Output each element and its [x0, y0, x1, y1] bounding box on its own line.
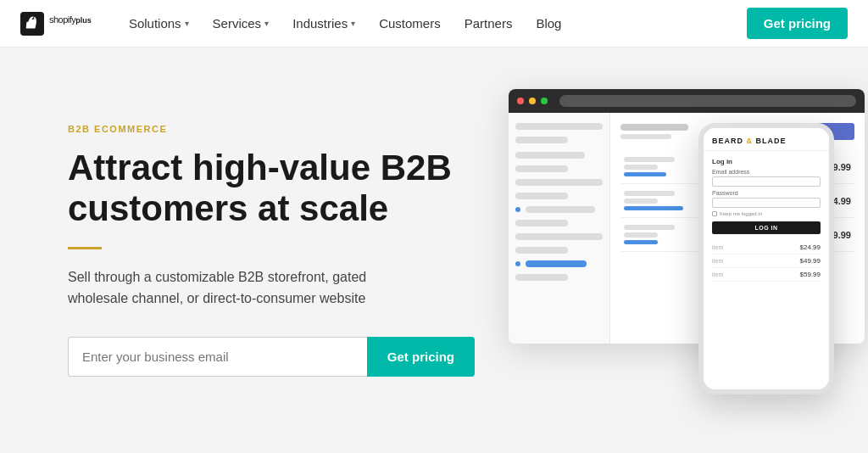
logo[interactable]: shopifyplus	[20, 12, 92, 36]
window-minimize-dot	[529, 98, 536, 104]
phone-remember-label: Keep me logged in	[720, 211, 762, 216]
phone-prices: item $24.99 item $49.99 item $59.99	[712, 241, 821, 282]
phone-login-title: Log in	[712, 158, 821, 165]
hero-divider	[68, 247, 102, 249]
window-bar	[509, 89, 865, 113]
phone-password-label: Password	[712, 190, 821, 196]
nav-customers[interactable]: Customers	[369, 9, 451, 37]
phone-login-button: LOG IN	[712, 221, 821, 234]
window-maximize-dot	[541, 98, 548, 104]
phone-price-3: $59.99	[800, 271, 821, 278]
hero-form: Get pricing	[68, 337, 475, 377]
phone-remember-checkbox	[712, 211, 717, 216]
nav-partners[interactable]: Partners	[454, 9, 523, 37]
phone-mockup: beard & blade Log in Email address Passw…	[698, 123, 834, 394]
phone-email-input	[712, 176, 821, 187]
nav-industries[interactable]: Industries▾	[282, 9, 365, 37]
navbar: shopifyplus Solutions▾ Services▾ Industr…	[0, 0, 868, 48]
nav-solutions[interactable]: Solutions▾	[119, 9, 199, 37]
nav-services[interactable]: Services▾	[203, 9, 280, 37]
hero-get-pricing-button[interactable]: Get pricing	[367, 337, 475, 377]
phone-price-2: $49.99	[800, 257, 821, 265]
hero-section: B2B ECOMMERCE Attract high-value B2B cus…	[0, 48, 868, 453]
nav-get-pricing-button[interactable]: Get pricing	[747, 8, 848, 39]
hero-badge: B2B ECOMMERCE	[68, 124, 475, 134]
hero-content: B2B ECOMMERCE Attract high-value B2B cus…	[68, 124, 475, 377]
phone-email-label: Email address	[712, 169, 821, 175]
phone-password-input	[712, 198, 821, 208]
nav-links: Solutions▾ Services▾ Industries▾ Custome…	[119, 9, 747, 37]
hero-title: Attract high-value B2B customers at scal…	[68, 148, 475, 230]
phone-price-1: $24.99	[800, 243, 821, 251]
window-close-dot	[517, 98, 524, 104]
hero-mockup: $59.99 $74.99	[509, 89, 817, 411]
nav-blog[interactable]: Blog	[526, 9, 571, 37]
url-bar	[559, 95, 856, 107]
hero-subtitle: Sell through a customizable B2B storefro…	[68, 266, 407, 310]
mockup-sidebar	[509, 113, 610, 344]
email-input[interactable]	[68, 337, 367, 377]
